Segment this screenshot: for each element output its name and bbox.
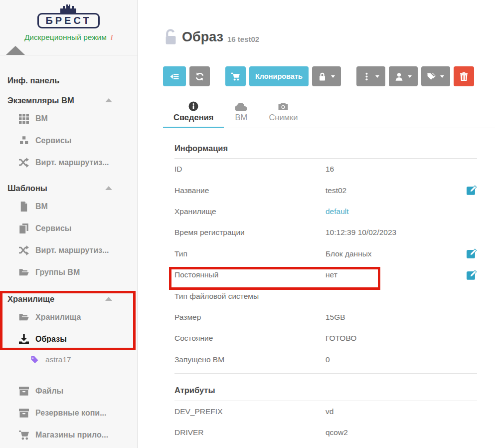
sidebar-item-label: astra17 bbox=[45, 355, 71, 364]
sidebar-item-files[interactable]: Файлы bbox=[0, 380, 137, 402]
sidebar-item-images[interactable]: Образы bbox=[0, 328, 137, 350]
scroll-up-indicator[interactable] bbox=[6, 46, 25, 55]
unlock-icon bbox=[163, 29, 178, 45]
sidebar-group-dashboard: Инф. панель bbox=[0, 73, 137, 88]
attributes-table: DEV_PREFIXvdDRIVERqcow2 bbox=[174, 401, 477, 444]
row-label: DRIVER bbox=[174, 428, 326, 437]
sidebar-group-storage: ХранилищеХранилищаОбразыastra17ФайлыРезе… bbox=[0, 291, 137, 446]
edit-icon[interactable] bbox=[467, 270, 477, 280]
row-value: qcow2 bbox=[326, 428, 477, 437]
sidebar-item-vm-groups[interactable]: Группы ВМ bbox=[0, 261, 137, 283]
row-label: Постоянный bbox=[174, 270, 326, 279]
sidebar-item-service-templates[interactable]: Сервисы bbox=[0, 218, 137, 239]
main-panel: Образ 16 test02 Клонировать СведенияВМСн… bbox=[138, 0, 495, 448]
info-icon[interactable]: i bbox=[111, 33, 113, 41]
ellipsis-v-icon bbox=[362, 72, 371, 81]
table-row: DRIVERqcow2 bbox=[174, 422, 477, 443]
refresh-button[interactable] bbox=[189, 66, 210, 86]
sidebar-item-vm-templates[interactable]: ВМ bbox=[0, 196, 137, 218]
sidebar-item-label: Файлы bbox=[35, 387, 63, 396]
sidebar-group-vm-instances: Экземпляры ВМВМСервисыВирт. маршрутиз... bbox=[0, 93, 137, 174]
sidebar-item-label: Сервисы bbox=[35, 136, 71, 145]
marketplace-button[interactable] bbox=[225, 66, 246, 86]
row-value: Блок данных bbox=[326, 249, 467, 258]
info-circle-icon bbox=[188, 100, 198, 111]
grid-icon bbox=[19, 114, 29, 124]
tab-label: Сведения bbox=[173, 113, 213, 122]
row-label: Размер bbox=[174, 313, 326, 322]
clone-button[interactable]: Клонировать bbox=[249, 66, 309, 86]
sidebar-group-templates: ШаблоныВМСервисыВирт. маршрутиз...Группы… bbox=[0, 181, 137, 283]
sidebar-section-storage[interactable]: Хранилище bbox=[0, 291, 137, 306]
edit-icon[interactable] bbox=[467, 185, 477, 196]
cart-icon bbox=[231, 72, 240, 81]
user-icon bbox=[395, 72, 403, 81]
download-icon bbox=[19, 334, 29, 344]
lock-icon bbox=[318, 72, 327, 81]
toolbar: Клонировать bbox=[163, 66, 474, 86]
file-icon bbox=[19, 202, 29, 212]
sidebar-section-label: Шаблоны bbox=[7, 184, 105, 193]
row-label: Тип файловой системы bbox=[174, 292, 326, 301]
row-label: Хранилище bbox=[174, 207, 326, 216]
row-value: 15GB bbox=[326, 313, 477, 322]
sidebar-item-label: ВМ bbox=[35, 114, 48, 123]
sidebar-item-marketplaces[interactable]: Магазины прило... bbox=[0, 424, 137, 446]
attributes-section-title: Атрибуты bbox=[174, 374, 477, 401]
tab-details[interactable]: Сведения bbox=[163, 100, 224, 128]
table-row: DEV_PREFIXvd bbox=[174, 401, 477, 422]
ownership-dropdown-button[interactable] bbox=[389, 66, 418, 86]
row-value: vd bbox=[326, 407, 477, 416]
row-value: 16 bbox=[326, 165, 477, 174]
trash-icon bbox=[460, 72, 468, 81]
sidebar: БРЕСТ Дискреционный режимi Инф. панельЭк… bbox=[0, 0, 138, 448]
row-label: ID bbox=[174, 165, 326, 174]
content: Информация ID16Названиеtest02Хранилищеde… bbox=[174, 135, 477, 444]
table-row: Время регистрации10:12:39 10/02/2023 bbox=[174, 222, 477, 243]
sidebar-item-datastores[interactable]: Хранилища bbox=[0, 306, 137, 328]
sidebar-item-services[interactable]: Сервисы bbox=[0, 130, 137, 152]
row-value: 10:12:39 10/02/2023 bbox=[326, 228, 477, 237]
caret-up-icon bbox=[105, 186, 112, 190]
lock-dropdown-button[interactable] bbox=[312, 66, 341, 86]
table-row: СостояниеГОТОВО bbox=[174, 328, 477, 349]
sidebar-item-vrouter-templates[interactable]: Вирт. маршрутиз... bbox=[0, 239, 137, 261]
row-value[interactable]: default bbox=[326, 207, 477, 216]
row-label: Тип bbox=[174, 249, 326, 258]
tabs-bar: СведенияВМСнимки bbox=[163, 98, 495, 128]
cubes-icon bbox=[19, 136, 29, 146]
sidebar-section-label: Инф. панель bbox=[7, 76, 112, 85]
tags-icon bbox=[427, 72, 436, 81]
copy-icon bbox=[19, 224, 29, 233]
sidebar-item-backups[interactable]: Резервные копи... bbox=[0, 402, 137, 424]
sidebar-section-dashboard[interactable]: Инф. панель bbox=[0, 73, 137, 88]
castle-icon bbox=[57, 3, 80, 14]
sidebar-item-virtual-routers[interactable]: Вирт. маршрутиз... bbox=[0, 152, 137, 174]
camera-icon bbox=[278, 100, 289, 111]
table-row: ТипБлок данных bbox=[174, 243, 477, 264]
row-value: нет bbox=[326, 270, 467, 279]
archive-icon bbox=[19, 386, 29, 396]
edit-icon[interactable] bbox=[467, 248, 477, 259]
actions-dropdown-button[interactable] bbox=[356, 66, 385, 86]
caret-down-icon bbox=[440, 75, 444, 78]
table-row: ID16 bbox=[174, 159, 477, 180]
sidebar-item-vms[interactable]: ВМ bbox=[0, 108, 137, 130]
info-table: ID16Названиеtest02ХранилищеdefaultВремя … bbox=[174, 159, 477, 370]
sidebar-section-label: Хранилище bbox=[7, 294, 105, 304]
delete-button[interactable] bbox=[454, 66, 474, 86]
info-section-title: Информация bbox=[174, 135, 477, 159]
folder-open-icon bbox=[19, 312, 29, 322]
row-label: Состояние bbox=[174, 334, 326, 343]
sidebar-item-label-astra17[interactable]: astra17 bbox=[0, 350, 137, 369]
tab-snapshots[interactable]: Снимки bbox=[258, 100, 308, 128]
sidebar-item-label: Сервисы bbox=[35, 224, 71, 233]
button-label: Клонировать bbox=[255, 72, 303, 80]
sidebar-section-vm-instances[interactable]: Экземпляры ВМ bbox=[0, 93, 137, 108]
tab-vms[interactable]: ВМ bbox=[224, 100, 258, 128]
back-to-list-button[interactable] bbox=[163, 66, 186, 86]
sidebar-item-label: Образы bbox=[35, 335, 67, 344]
labels-dropdown-button[interactable] bbox=[421, 66, 450, 86]
sidebar-section-templates[interactable]: Шаблоны bbox=[0, 181, 137, 196]
cloud-icon bbox=[234, 100, 248, 111]
